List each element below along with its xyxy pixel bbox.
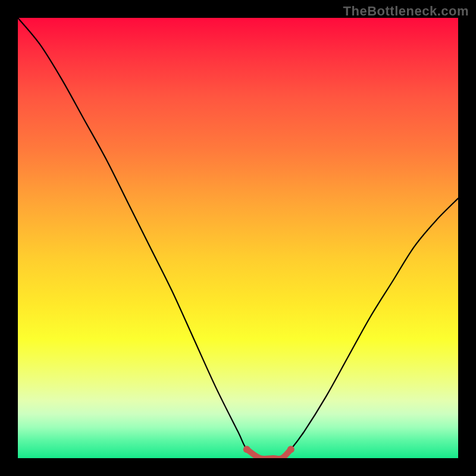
plot-area (18, 18, 458, 458)
chart-frame: TheBottleneck.com (0, 0, 476, 476)
optimal-range-end-dot (287, 446, 295, 453)
chart-svg (18, 18, 458, 458)
bottleneck-curve (18, 18, 458, 458)
watermark-text: TheBottleneck.com (343, 4, 469, 19)
optimal-range-start-dot (243, 446, 250, 453)
optimal-range-curve (247, 449, 291, 458)
